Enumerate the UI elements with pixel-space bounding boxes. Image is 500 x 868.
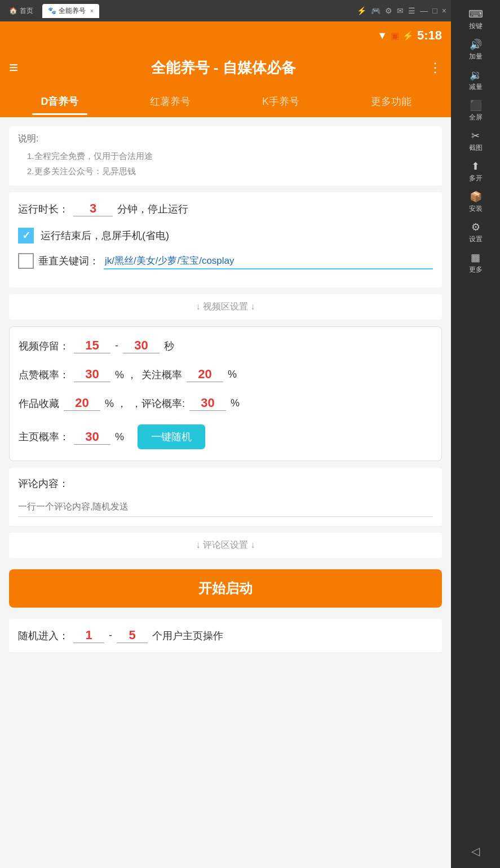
- sidebar-more-button[interactable]: ▦ 更多: [453, 248, 498, 277]
- minimize-icon[interactable]: —: [420, 6, 428, 15]
- install-label: 安装: [469, 204, 483, 214]
- comment-content-section: 评论内容：: [9, 468, 442, 526]
- comment-input[interactable]: [18, 497, 433, 517]
- video-stay-min-input[interactable]: [74, 338, 110, 353]
- like-unit: % ，: [115, 368, 137, 382]
- settings-sidebar-label: 设置: [469, 234, 483, 244]
- comment-rate-input[interactable]: [189, 396, 226, 411]
- install-icon: 📦: [470, 191, 482, 203]
- home-prob-row: 主页概率： % 一键随机: [19, 424, 432, 449]
- keyboard-icon: ⌨: [468, 8, 483, 20]
- bottom-prefix: 随机进入：: [18, 629, 69, 643]
- stay-separator: -: [115, 340, 118, 352]
- mail-icon[interactable]: ✉: [397, 6, 404, 15]
- tab-red-book[interactable]: 红薯养号: [115, 88, 225, 115]
- follow-label: 关注概率: [141, 368, 182, 382]
- hamburger-menu-icon[interactable]: ≡: [9, 59, 18, 77]
- notice-item-1: 1.全程完全免费，仅用于合法用途: [18, 148, 433, 163]
- more-sidebar-icon: ▦: [471, 251, 480, 264]
- content-area: 说明: 1.全程完全免费，仅用于合法用途 2.更多关注公众号：见异思钱 运行时长…: [0, 117, 451, 868]
- window-close-icon[interactable]: ×: [442, 6, 446, 15]
- sidebar-multiopen-button[interactable]: ⬆ 多开: [453, 157, 498, 186]
- wifi-icon: ▼: [377, 30, 387, 42]
- sidebar-install-button[interactable]: 📦 安装: [453, 187, 498, 216]
- settings-icon[interactable]: ⚙: [385, 6, 392, 15]
- browser-tab-home[interactable]: 🏠 首页: [5, 4, 38, 18]
- sidebar-volume-down-button[interactable]: 🔉 减量: [453, 65, 498, 95]
- right-sidebar: ⌨ 按键 🔊 加量 🔉 减量 ⬛ 全屏 ✂ 截图 ⬆ 多开 📦 安装 ⚙ 设置 …: [451, 0, 500, 868]
- keyword-input[interactable]: [104, 253, 433, 269]
- sidebar-fullscreen-button[interactable]: ⬛ 全屏: [453, 96, 498, 125]
- tab-red-book-label: 红薯养号: [150, 96, 191, 107]
- like-label: 点赞概率：: [19, 368, 69, 382]
- overflow-menu-icon[interactable]: ⋮: [428, 60, 442, 76]
- keyword-label: 垂直关键词：: [38, 254, 99, 268]
- sidebar-volume-up-button[interactable]: 🔊 加量: [453, 35, 498, 64]
- bottom-max-input[interactable]: [117, 628, 148, 643]
- notice-section: 说明: 1.全程完全免费，仅用于合法用途 2.更多关注公众号：见异思钱: [9, 126, 442, 185]
- random-button[interactable]: 一键随机: [138, 424, 205, 449]
- home-tab-label: 首页: [20, 6, 33, 16]
- start-button[interactable]: 开始启动: [9, 569, 442, 608]
- video-stay-label: 视频停留：: [19, 339, 69, 353]
- signal-icon: ▣: [391, 30, 399, 41]
- volume-down-icon: 🔉: [470, 69, 482, 81]
- home-input[interactable]: [74, 429, 110, 445]
- video-stay-row: 视频停留： - 秒: [19, 338, 432, 353]
- fullscreen-label: 全屏: [469, 113, 483, 122]
- bottom-suffix: 个用户主页操作: [152, 629, 223, 643]
- browser-bar: 🏠 首页 🐾 全能养号 × ⚡ 🎮 ⚙ ✉ ☰ — □ ×: [0, 0, 451, 21]
- status-icons: ▼ ▣ ⚡ 5:18: [377, 28, 442, 43]
- maximize-icon[interactable]: □: [432, 6, 437, 15]
- gamepad-icon[interactable]: 🎮: [371, 6, 380, 15]
- video-stay-max-input[interactable]: [123, 338, 160, 353]
- flash-icon[interactable]: ⚡: [357, 6, 366, 15]
- screen-off-row: ✓ 运行结束后，息屏手机(省电): [18, 228, 433, 243]
- volume-down-label: 减量: [469, 82, 483, 92]
- comment-rate-unit: %: [231, 397, 240, 409]
- like-input[interactable]: [74, 367, 110, 382]
- video-section-divider: ↓ 视频区设置 ↓: [9, 294, 442, 320]
- comment-label: 评论内容：: [18, 477, 433, 490]
- notice-title: 说明:: [18, 133, 433, 145]
- screenshot-icon: ✂: [471, 130, 480, 142]
- runtime-unit: 分钟，停止运行: [117, 202, 188, 216]
- tab-more-features[interactable]: 更多功能: [336, 88, 446, 115]
- sidebar-keyboard-button[interactable]: ⌨ 按键: [453, 5, 498, 34]
- bottom-min-input[interactable]: [73, 628, 104, 643]
- settings-sidebar-icon: ⚙: [471, 221, 480, 233]
- screenshot-label: 截图: [469, 143, 483, 153]
- home-icon: 🏠: [9, 7, 17, 15]
- volume-up-icon: 🔊: [470, 38, 482, 51]
- collect-input[interactable]: [64, 396, 100, 411]
- collect-comment-row: 作品收藏 % ， ，评论概率: %: [19, 396, 432, 411]
- app-title: 全能养号 - 自媒体必备: [27, 58, 419, 78]
- collect-unit: % ，: [105, 397, 127, 410]
- sidebar-settings-button[interactable]: ⚙ 设置: [453, 218, 498, 247]
- stay-unit: 秒: [164, 339, 174, 353]
- menu-dots-icon[interactable]: ☰: [408, 6, 415, 15]
- runtime-input[interactable]: [73, 201, 113, 216]
- sidebar-screenshot-button[interactable]: ✂ 截图: [453, 126, 498, 156]
- like-follow-row: 点赞概率： % ， 关注概率 %: [19, 367, 432, 382]
- bottom-separator: -: [109, 630, 112, 641]
- start-btn-row: 开始启动: [9, 565, 442, 612]
- screen-off-checkbox[interactable]: ✓: [18, 228, 34, 243]
- app-header: ≡ 全能养号 - 自媒体必备 ⋮: [0, 50, 451, 86]
- back-arrow-icon: ◁: [471, 844, 480, 858]
- close-tab-button[interactable]: ×: [90, 8, 94, 14]
- comment-section-divider: ↓ 评论区设置 ↓: [9, 533, 442, 558]
- follow-input[interactable]: [187, 367, 223, 382]
- multiopen-label: 多开: [469, 174, 483, 183]
- status-bar: ▼ ▣ ⚡ 5:18: [0, 21, 451, 50]
- tab-more-label: 更多功能: [371, 96, 411, 107]
- follow-unit: %: [228, 369, 237, 380]
- checkmark-icon: ✓: [22, 229, 30, 242]
- browser-tab-active[interactable]: 🐾 全能养号 ×: [42, 4, 99, 18]
- sidebar-back-button[interactable]: ◁: [464, 834, 487, 868]
- keyword-checkbox[interactable]: [18, 253, 34, 269]
- bottom-row: 随机进入： - 个用户主页操作: [9, 619, 442, 652]
- tab-k-hand[interactable]: K手养号: [225, 88, 336, 115]
- tab-d-sound[interactable]: D音养号: [5, 88, 115, 115]
- keyboard-label: 按键: [469, 21, 483, 31]
